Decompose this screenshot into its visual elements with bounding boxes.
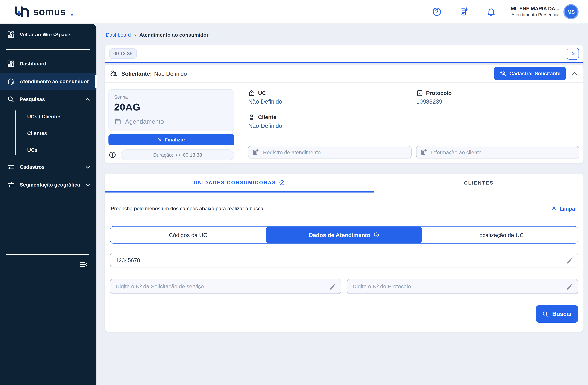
- senha-value: 20AG: [114, 101, 229, 113]
- tab-clientes[interactable]: CLIENTES: [374, 174, 583, 192]
- note-add-icon: [252, 149, 259, 156]
- app: somus .: [0, 0, 588, 385]
- sidebar-item-cadastros[interactable]: Cadastros: [0, 158, 96, 176]
- collapse-sidebar-icon[interactable]: [79, 260, 88, 269]
- protocolo-value: 10983239: [416, 98, 579, 105]
- segment-codigos-uc[interactable]: Códigos da UC: [110, 226, 266, 243]
- breadcrumb: Dashboard › Atendimento ao consumidor: [106, 32, 588, 38]
- search-mode-segments: Códigos da UC Dados de Atendimento Local…: [110, 226, 578, 244]
- tab-unidades-consumidoras[interactable]: UNIDADES CONSUMIDORAS: [105, 174, 374, 192]
- user-info: MILENE MARIA DA... Atendimento Presencia…: [511, 6, 559, 18]
- informacao-cliente-field[interactable]: [416, 146, 579, 159]
- logo-wordmark: somus: [33, 6, 66, 18]
- sidebar-item-label: Voltar ao WorkSpace: [20, 32, 70, 37]
- attendance-panel: Solicitante: Não Definido Cadastrar Soli…: [105, 65, 584, 163]
- sidebar-subitem-label: UCs / Clientes: [27, 114, 62, 119]
- info-icon[interactable]: [108, 151, 116, 159]
- cadastrar-solicitante-label: Cadastrar Solicitante: [509, 71, 560, 76]
- sidebar-item-label: Dashboard: [20, 61, 46, 67]
- logo-dot: .: [70, 10, 74, 14]
- atendimento-search-input[interactable]: [115, 257, 563, 263]
- tabs: UNIDADES CONSUMIDORAS CLIENTES: [105, 174, 584, 192]
- limpar-label: Limpar: [560, 205, 577, 212]
- chevron-down-icon[interactable]: [84, 163, 91, 170]
- duration-value: 00:13:38: [183, 152, 202, 158]
- cadastrar-solicitante-button[interactable]: Cadastrar Solicitante: [494, 67, 566, 80]
- top-bar: somus .: [0, 0, 588, 24]
- play-button[interactable]: [567, 47, 579, 60]
- person-icon: [248, 113, 255, 121]
- duration-label: Duração:: [153, 152, 173, 158]
- solicitante-row: Solicitante: Não Definido Cadastrar Soli…: [105, 65, 584, 82]
- sidebar-subitem-clientes[interactable]: Clientes: [15, 125, 96, 141]
- senha-label: Senha: [114, 94, 229, 100]
- avatar[interactable]: MS: [565, 5, 577, 18]
- buscar-button[interactable]: Buscar: [536, 305, 578, 323]
- check-circle-icon: [373, 232, 379, 238]
- buscar-label: Buscar: [552, 311, 572, 317]
- uc-value: Não Definido: [248, 98, 411, 105]
- magic-wand-icon[interactable]: [566, 283, 573, 290]
- magic-wand-icon[interactable]: [329, 283, 336, 290]
- segment-label: Dados de Atendimento: [309, 232, 370, 238]
- stopwatch-icon: [175, 152, 181, 158]
- search-hint: Preencha pelo menos um dos campos abaixo…: [111, 205, 263, 211]
- document-icon: [416, 89, 423, 97]
- new-record-icon[interactable]: [459, 6, 469, 17]
- notifications-bell-icon[interactable]: [486, 6, 497, 17]
- sidebar-item-pesquisas[interactable]: Pesquisas: [0, 91, 96, 108]
- protocolo-search-field[interactable]: [347, 279, 578, 294]
- protocolo-search-input[interactable]: [352, 283, 563, 290]
- registro-atendimento-input[interactable]: [262, 149, 407, 156]
- finalizar-button[interactable]: ✕ Finalizar: [108, 134, 234, 145]
- solicitante-value: Não Definido: [154, 70, 187, 77]
- check-circle-icon: [279, 180, 285, 185]
- senha-column: Senha 20AG Agendamento: [108, 89, 234, 160]
- search-icon: [542, 311, 549, 317]
- sidebar-subitem-label: Clientes: [27, 130, 47, 136]
- collapse-section-chevron-icon[interactable]: [571, 70, 578, 77]
- somus-logo: somus .: [14, 6, 74, 18]
- segment-label: Localização da UC: [476, 232, 524, 238]
- breadcrumb-dashboard-link[interactable]: Dashboard: [106, 32, 131, 38]
- sidebar-subitem-ucs-clientes[interactable]: UCs / Clientes: [15, 108, 96, 125]
- segment-dados-atendimento[interactable]: Dados de Atendimento: [266, 226, 422, 243]
- tab-label: UNIDADES CONSUMIDORAS: [194, 180, 276, 185]
- informacao-cliente-input[interactable]: [430, 149, 575, 156]
- sidebar-item-label: Segmentação geográfica: [20, 182, 80, 188]
- sidebar-item-dashboard[interactable]: Dashboard: [0, 55, 96, 73]
- chevron-down-icon[interactable]: [84, 181, 91, 188]
- sidebar-subitem-label: UCs: [27, 147, 38, 153]
- sidebar-subitem-ucs[interactable]: UCs: [15, 141, 96, 158]
- sidebar: Voltar ao WorkSpace Dashboard: [0, 23, 96, 385]
- person-add-icon: [500, 70, 506, 77]
- calendar-icon: [114, 118, 122, 125]
- magic-wand-icon[interactable]: [566, 256, 573, 264]
- sidebar-divider: [6, 49, 90, 50]
- sidebar-item-atendimento[interactable]: Atendimento ao consumidor: [0, 73, 96, 91]
- solicitacao-servico-input[interactable]: [115, 283, 326, 290]
- protocolo-block: Protocolo 10983239: [416, 89, 579, 105]
- duration-chip: Duração: 00:13:38: [121, 149, 234, 160]
- segment-label: Códigos da UC: [169, 232, 207, 238]
- help-icon[interactable]: [432, 6, 442, 17]
- uc-block: UC Não Definido: [248, 89, 411, 105]
- sidebar-item-segmentacao[interactable]: Segmentação geográfica: [0, 176, 96, 194]
- search-icon: [6, 95, 15, 103]
- segment-localizacao-uc[interactable]: Localização da UC: [422, 226, 578, 243]
- house-bolt-icon: [248, 89, 255, 97]
- cliente-label: Cliente: [258, 114, 276, 120]
- spacer: [416, 113, 579, 129]
- limpar-button[interactable]: ✕ Limpar: [551, 205, 577, 212]
- attendance-details: UC Não Definido Protocol: [241, 89, 579, 160]
- finalizar-label: Finalizar: [165, 137, 185, 142]
- atendimento-search-field[interactable]: [110, 253, 578, 268]
- registro-atendimento-field[interactable]: [248, 146, 411, 159]
- solicitacao-servico-field[interactable]: [110, 279, 341, 294]
- headset-icon: [6, 77, 15, 86]
- duration-row: Duração: 00:13:38: [108, 149, 234, 160]
- breadcrumb-current: Atendimento ao consumidor: [139, 32, 209, 38]
- chevron-up-icon[interactable]: [84, 96, 91, 103]
- timer-bar: 00:13:38: [105, 45, 584, 63]
- sidebar-item-voltar-workspace[interactable]: Voltar ao WorkSpace: [0, 26, 96, 44]
